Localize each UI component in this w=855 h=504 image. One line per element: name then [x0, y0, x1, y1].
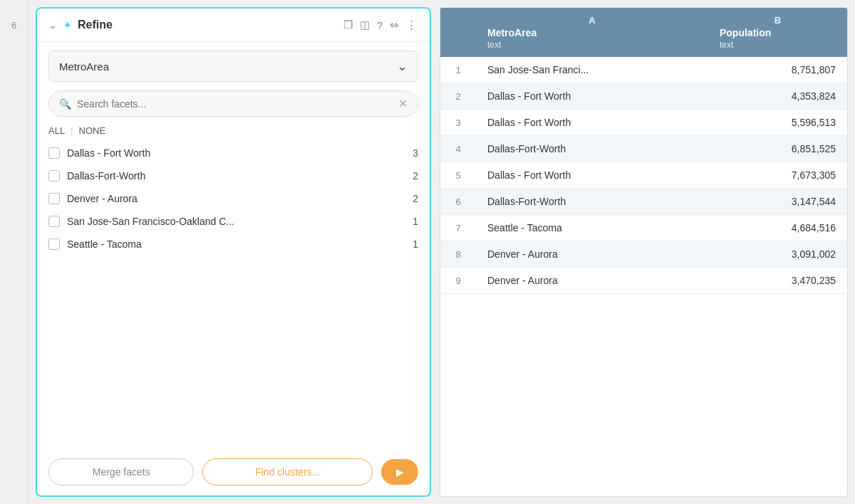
- facet-item[interactable]: Denver - Aurora 2: [48, 187, 418, 210]
- facet-checkbox[interactable]: [48, 216, 60, 227]
- table-row: 9 Denver - Aurora 3,470,235: [440, 268, 847, 294]
- sparkle-icon: ✦: [63, 19, 72, 32]
- metro-cell: Dallas - Fort Worth: [476, 162, 708, 189]
- facet-item[interactable]: San Jose-San Francisco-Oakland C... 1: [48, 210, 418, 233]
- facet-count: 3: [413, 147, 418, 159]
- table-row: 8 Denver - Aurora 3,091,002: [440, 241, 847, 268]
- search-icon: 🔍: [59, 98, 71, 110]
- facet-count: 1: [413, 216, 418, 227]
- table-container: A MetroArea text B Population text 1 San…: [440, 7, 848, 497]
- col-a-header: A MetroArea text: [476, 8, 708, 57]
- play-button[interactable]: ▶: [381, 459, 418, 485]
- row-gutter: 6: [0, 0, 28, 504]
- population-cell: 6,851,525: [708, 136, 847, 162]
- none-link[interactable]: NONE: [79, 125, 106, 136]
- facet-count: 2: [413, 170, 418, 182]
- row-index: 2: [440, 83, 476, 110]
- bell-icon[interactable]: ◫: [358, 17, 371, 33]
- population-cell: 3,470,235: [708, 268, 847, 294]
- row-index: 4: [440, 136, 476, 162]
- metro-cell: Dallas - Fort Worth: [476, 110, 708, 136]
- col-b-name: Population: [720, 27, 771, 38]
- filter-controls: ALL | NONE: [37, 125, 430, 142]
- col-b-header: B Population text: [708, 8, 847, 57]
- population-cell: 3,147,544: [708, 189, 847, 215]
- merge-facets-button[interactable]: Merge facets: [48, 458, 194, 485]
- add-column-icon[interactable]: ⇔: [388, 17, 400, 33]
- facet-item[interactable]: Dallas - Fort Worth 3: [48, 142, 418, 164]
- field-selector-arrow: ⌄: [397, 58, 408, 74]
- table-row: 5 Dallas - Fort Worth 7,673,305: [440, 162, 847, 189]
- all-link[interactable]: ALL: [48, 125, 65, 136]
- panel-footer: Merge facets Find clusters... ▶: [37, 448, 430, 495]
- metro-cell: San Jose-San Franci...: [476, 57, 708, 83]
- facet-checkbox[interactable]: [48, 238, 60, 250]
- help-icon[interactable]: ?: [375, 18, 384, 33]
- facet-checkbox[interactable]: [48, 193, 60, 204]
- facet-count: 1: [413, 238, 418, 250]
- filter-divider: |: [71, 125, 73, 136]
- row-index: 7: [440, 215, 476, 241]
- search-container: 🔍 ✕: [48, 90, 418, 117]
- table-row: 7 Seattle - Tacoma 4,684,516: [440, 215, 847, 241]
- population-cell: 4,684,516: [708, 215, 847, 241]
- row-index: 9: [440, 268, 476, 294]
- metro-cell: Denver - Aurora: [476, 241, 708, 268]
- facet-list: Dallas - Fort Worth 3 Dallas-Fort-Worth …: [37, 142, 430, 448]
- row-index: 1: [440, 57, 476, 83]
- facet-label: Dallas - Fort Worth: [67, 147, 405, 159]
- metro-cell: Seattle - Tacoma: [476, 215, 708, 241]
- clear-search-icon[interactable]: ✕: [398, 97, 408, 110]
- facet-checkbox[interactable]: [48, 147, 60, 159]
- facet-item[interactable]: Dallas-Fort-Worth 2: [48, 164, 418, 187]
- facet-label: Seattle - Tacoma: [67, 238, 405, 250]
- row-index: 3: [440, 110, 476, 136]
- table-row: 6 Dallas-Fort-Worth 3,147,544: [440, 189, 847, 215]
- population-cell: 3,091,002: [708, 241, 847, 268]
- population-cell: 5,596,513: [708, 110, 847, 136]
- table-row: 4 Dallas-Fort-Worth 6,851,525: [440, 136, 847, 162]
- facet-item[interactable]: Seattle - Tacoma 1: [48, 233, 418, 256]
- panel-title: Refine: [78, 19, 113, 31]
- col-b-letter: B: [720, 15, 836, 26]
- search-input[interactable]: [77, 98, 393, 110]
- collapse-icon[interactable]: ⌄: [48, 19, 57, 31]
- metro-cell: Dallas-Fort-Worth: [476, 189, 708, 215]
- col-index-header: [440, 8, 476, 57]
- find-clusters-button[interactable]: Find clusters...: [202, 458, 373, 485]
- field-selector-label: MetroArea: [59, 61, 109, 73]
- refine-panel: ⌄ ✦ Refine ❐ ◫ ? ⇔ ⋮ MetroArea ⌄ 🔍 ✕ ALL…: [36, 7, 431, 497]
- col-a-type: text: [487, 40, 501, 50]
- row-index: 8: [440, 241, 476, 268]
- metro-cell: Dallas-Fort-Worth: [476, 136, 708, 162]
- expand-icon[interactable]: ❐: [342, 17, 354, 33]
- facet-label: Dallas-Fort-Worth: [67, 170, 405, 182]
- play-icon: ▶: [396, 466, 404, 478]
- metro-cell: Dallas - Fort Worth: [476, 83, 708, 110]
- field-selector[interactable]: MetroArea ⌄: [48, 51, 418, 82]
- row-index: 6: [440, 189, 476, 215]
- metro-cell: Denver - Aurora: [476, 268, 708, 294]
- main-area: ⌄ ✦ Refine ❐ ◫ ? ⇔ ⋮ MetroArea ⌄ 🔍 ✕ ALL…: [28, 0, 855, 504]
- population-cell: 8,751,807: [708, 57, 847, 83]
- facet-label: Denver - Aurora: [67, 193, 405, 204]
- table-row: 2 Dallas - Fort Worth 4,353,824: [440, 83, 847, 110]
- row-index: 5: [440, 162, 476, 189]
- gutter-row-number: 6: [11, 20, 16, 31]
- col-a-name: MetroArea: [487, 27, 537, 38]
- table-header-row: A MetroArea text B Population text: [440, 8, 847, 57]
- col-b-type: text: [720, 40, 733, 50]
- facet-checkbox[interactable]: [48, 170, 60, 182]
- facet-count: 2: [413, 193, 418, 204]
- panel-header: ⌄ ✦ Refine ❐ ◫ ? ⇔ ⋮: [37, 9, 430, 42]
- table-body: 1 San Jose-San Franci... 8,751,807 2 Dal…: [440, 57, 847, 294]
- table-row: 3 Dallas - Fort Worth 5,596,513: [440, 110, 847, 136]
- panel-header-icons: ❐ ◫ ? ⇔ ⋮: [342, 17, 418, 33]
- table-row: 1 San Jose-San Franci... 8,751,807: [440, 57, 847, 83]
- population-cell: 7,673,305: [708, 162, 847, 189]
- more-options-icon[interactable]: ⋮: [405, 17, 418, 33]
- facet-label: San Jose-San Francisco-Oakland C...: [67, 216, 405, 227]
- col-a-letter: A: [487, 15, 697, 26]
- data-table: A MetroArea text B Population text 1 San…: [440, 8, 847, 294]
- population-cell: 4,353,824: [708, 83, 847, 110]
